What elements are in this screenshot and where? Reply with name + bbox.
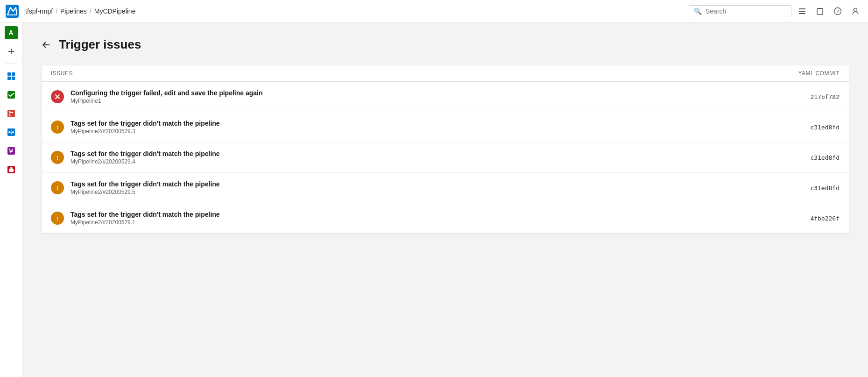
- svg-rect-14: [7, 77, 11, 80]
- issue-subtitle-3: MyPipeline2/#20200529.5: [71, 189, 746, 195]
- table-row[interactable]: ! Tags set for the trigger didn't match …: [42, 112, 849, 142]
- page-title: Trigger issues: [59, 37, 141, 52]
- svg-rect-30: [9, 169, 14, 172]
- svg-rect-17: [7, 110, 15, 117]
- breadcrumb-org[interactable]: tfspf-rmpf: [25, 7, 53, 15]
- error-x-icon: [54, 93, 61, 100]
- issue-icon-4: !: [51, 212, 64, 225]
- list-icon: [798, 7, 806, 15]
- avatar[interactable]: A: [5, 26, 18, 39]
- pipelines-icon: [7, 128, 16, 137]
- help-button[interactable]: ?: [831, 4, 845, 18]
- table-header: Issues YAML Commit: [42, 65, 849, 82]
- search-icon: 🔍: [694, 7, 702, 15]
- breadcrumb-pipeline-name[interactable]: MyCDPipeline: [94, 7, 136, 15]
- svg-point-23: [12, 131, 14, 133]
- sidebar-test-button[interactable]: [3, 142, 20, 159]
- issue-subtitle-1: MyPipeline2/#20200529.3: [71, 128, 746, 135]
- svg-rect-13: [12, 72, 15, 76]
- table-row[interactable]: ! Tags set for the trigger didn't match …: [42, 173, 849, 203]
- svg-point-9: [854, 8, 857, 11]
- sidebar-artifacts-button[interactable]: [3, 161, 20, 178]
- issue-text-2: Tags set for the trigger didn't match th…: [71, 150, 746, 165]
- search-input[interactable]: [706, 7, 786, 15]
- search-box[interactable]: 🔍: [689, 5, 791, 17]
- sidebar-boards-button[interactable]: [3, 68, 20, 85]
- issue-icon-1: !: [51, 121, 64, 134]
- user-settings-button[interactable]: [848, 4, 862, 18]
- issue-title-3: Tags set for the trigger didn't match th…: [71, 180, 746, 188]
- back-button[interactable]: [41, 40, 51, 50]
- clipboard-button[interactable]: [813, 4, 827, 18]
- warning-icon: !: [54, 215, 61, 221]
- sidebar: A: [0, 22, 22, 377]
- top-nav-right: 🔍 ?: [689, 4, 862, 18]
- top-nav: tfspf-rmpf / Pipelines / MyCDPipeline 🔍 …: [0, 0, 868, 22]
- logo[interactable]: [6, 5, 19, 18]
- issue-text-0: Configuring the trigger failed, edit and…: [71, 89, 746, 104]
- issue-icon-2: !: [51, 151, 64, 164]
- svg-rect-2: [799, 8, 805, 9]
- issue-text-1: Tags set for the trigger didn't match th…: [71, 120, 746, 135]
- back-arrow-icon: [41, 40, 51, 50]
- warning-icon: !: [54, 124, 61, 130]
- test-icon: [7, 146, 16, 156]
- issue-title-0: Configuring the trigger failed, edit and…: [71, 89, 746, 97]
- svg-rect-31: [10, 167, 13, 169]
- sidebar-pipelines-button[interactable]: [3, 124, 20, 141]
- svg-rect-12: [7, 72, 11, 76]
- svg-text:!: !: [56, 124, 58, 130]
- warning-icon: !: [54, 185, 61, 191]
- boards-icon: [7, 71, 16, 81]
- svg-rect-15: [12, 77, 15, 80]
- list-view-button[interactable]: [795, 4, 809, 18]
- issue-commit-1: c31ed8fd: [746, 124, 840, 131]
- issue-rows-container: Configuring the trigger failed, edit and…: [42, 82, 849, 233]
- breadcrumb-sep-2: /: [90, 7, 92, 15]
- issue-subtitle-0: MyPipeline1: [71, 98, 746, 104]
- issue-subtitle-4: MyPipeline2/#20200529.1: [71, 219, 746, 226]
- tasks-icon: [7, 90, 16, 100]
- breadcrumb-sep-1: /: [56, 7, 57, 15]
- svg-text:?: ?: [837, 8, 839, 14]
- issue-text-3: Tags set for the trigger didn't match th…: [71, 180, 746, 195]
- svg-rect-3: [799, 11, 805, 12]
- sidebar-tasks-button[interactable]: [3, 86, 20, 103]
- issue-icon-0: [51, 90, 64, 103]
- breadcrumb: tfspf-rmpf / Pipelines / MyCDPipeline: [25, 7, 135, 15]
- user-settings-icon: [851, 7, 860, 15]
- warning-icon: !: [54, 154, 61, 161]
- main-content: Trigger issues Issues YAML Commit Config…: [22, 22, 868, 377]
- page-header: Trigger issues: [41, 37, 849, 52]
- issues-table: Issues YAML Commit Configuring the trigg…: [41, 65, 849, 234]
- svg-text:!: !: [56, 215, 58, 221]
- git-icon: [7, 109, 16, 118]
- svg-rect-6: [817, 8, 823, 14]
- sidebar-git-button[interactable]: [3, 105, 20, 122]
- table-row[interactable]: ! Tags set for the trigger didn't match …: [42, 142, 849, 173]
- issue-subtitle-2: MyPipeline2/#20200529.4: [71, 158, 746, 165]
- sidebar-separator-1: [5, 64, 18, 64]
- col-yaml-header: YAML Commit: [746, 70, 840, 77]
- issue-commit-4: 4fbb226f: [746, 215, 840, 222]
- issue-title-4: Tags set for the trigger didn't match th…: [71, 211, 746, 218]
- table-row[interactable]: ! Tags set for the trigger didn't match …: [42, 203, 849, 233]
- svg-text:!: !: [56, 185, 58, 191]
- issue-commit-3: c31ed8fd: [746, 185, 840, 192]
- issue-title-1: Tags set for the trigger didn't match th…: [71, 120, 746, 127]
- col-issues-header: Issues: [51, 70, 746, 77]
- artifacts-icon: [7, 165, 16, 174]
- sidebar-add-button[interactable]: [3, 43, 20, 60]
- svg-text:!: !: [56, 154, 58, 161]
- plus-icon: [7, 47, 15, 56]
- table-row[interactable]: Configuring the trigger failed, edit and…: [42, 82, 849, 112]
- breadcrumb-pipelines[interactable]: Pipelines: [60, 7, 87, 15]
- issue-icon-3: !: [51, 181, 64, 194]
- issue-title-2: Tags set for the trigger didn't match th…: [71, 150, 746, 157]
- issue-commit-2: c31ed8fd: [746, 154, 840, 161]
- svg-point-19: [9, 115, 10, 116]
- svg-rect-4: [799, 13, 805, 14]
- clipboard-icon: [816, 7, 824, 15]
- help-icon: ?: [833, 7, 842, 15]
- issue-commit-0: 217bf782: [746, 93, 840, 100]
